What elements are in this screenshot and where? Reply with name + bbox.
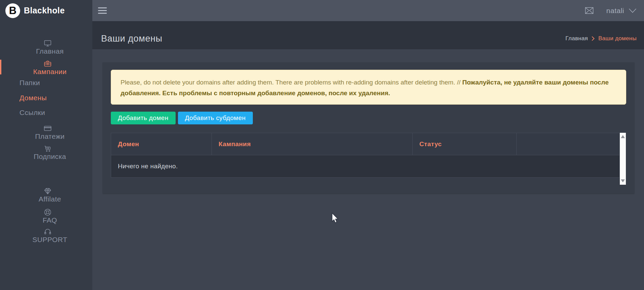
sidebar-item-affilate[interactable]: Affilate <box>0 187 92 202</box>
scroll-up-icon[interactable] <box>621 135 625 138</box>
sidebar-item-label: SUPPORT <box>33 236 67 244</box>
domains-table: Домен Кампания Статус Ничего не найдено. <box>111 133 626 185</box>
page-header: Ваши домены Главная Ваши домены <box>92 21 644 49</box>
alert-text-en: Please, do not delete your domains after… <box>121 79 462 86</box>
empty-message: Ничего не найдено. <box>111 155 620 178</box>
sidebar-item-label: Платежи <box>35 132 65 140</box>
brand-name: Blackhole <box>24 6 65 15</box>
sidebar-item-campaigns[interactable]: Кампании <box>0 60 92 74</box>
table-header-row: Домен Кампания Статус <box>111 133 620 155</box>
sidebar-item-label: Главная <box>36 47 64 55</box>
credit-card-icon <box>43 124 52 132</box>
sidebar: B Blackhole Главная Кампании Папки Домен <box>0 0 92 290</box>
sidebar-item-label: Домены <box>19 94 47 102</box>
domains-table-grid: Домен Кампания Статус Ничего не найдено. <box>111 133 620 178</box>
sidebar-item-payments[interactable]: Платежи <box>0 124 92 139</box>
add-subdomain-button[interactable]: Добавить субдомен <box>178 112 253 124</box>
sidebar-item-label: Подписка <box>34 153 66 161</box>
page-title: Ваши домены <box>101 34 163 44</box>
table-row: Ничего не найдено. <box>111 155 620 178</box>
sidebar-nav: Главная Кампании Папки Домены Ссылки <box>0 21 92 242</box>
app-logo[interactable]: B Blackhole <box>0 0 92 21</box>
sidebar-item-label: Ссылки <box>19 109 45 117</box>
chevron-down-icon <box>629 8 637 13</box>
headset-icon <box>43 228 52 236</box>
breadcrumb-current: Ваши домены <box>598 35 637 42</box>
main-area: natali Ваши домены Главная Ваши домены <box>92 0 644 290</box>
cart-plus-icon <box>43 144 52 153</box>
column-header-domain: Домен <box>111 133 212 155</box>
scroll-down-icon[interactable] <box>621 179 625 182</box>
username: natali <box>606 7 624 15</box>
sidebar-item-domains[interactable]: Домены <box>0 91 92 105</box>
monitor-icon <box>43 39 52 47</box>
lifebuoy-icon <box>43 208 52 216</box>
breadcrumb: Главная Ваши домены <box>565 35 637 42</box>
actions-row: Добавить домен Добавить субдомен <box>111 112 626 124</box>
column-header-actions <box>517 133 620 155</box>
briefcase-icon <box>43 60 52 68</box>
page-content: Please, do not delete your domains after… <box>92 49 644 290</box>
app-window: B Blackhole Главная Кампании Папки Домен <box>0 0 644 290</box>
sidebar-item-subscription[interactable]: Подписка <box>0 144 92 159</box>
sidebar-item-label: FAQ <box>43 216 57 224</box>
table-scrollbar[interactable] <box>620 133 626 185</box>
sidebar-item-label: Affilate <box>39 195 61 203</box>
sidebar-item-label: Папки <box>19 79 40 87</box>
sidebar-item-label: Кампании <box>33 68 67 76</box>
sidebar-item-support[interactable]: SUPPORT <box>0 228 92 242</box>
menu-toggle-button[interactable] <box>98 7 107 14</box>
topbar: natali <box>92 0 644 21</box>
column-header-status: Статус <box>413 133 517 155</box>
sidebar-item-faq[interactable]: FAQ <box>0 208 92 223</box>
column-header-campaign: Кампания <box>212 133 413 155</box>
chevron-right-icon <box>592 36 595 41</box>
sidebar-item-home[interactable]: Главная <box>0 39 92 54</box>
diamond-icon <box>43 187 52 195</box>
logo-icon: B <box>5 3 20 18</box>
breadcrumb-home-link[interactable]: Главная <box>565 35 588 42</box>
sidebar-item-links[interactable]: Ссылки <box>0 105 92 120</box>
user-menu[interactable]: natali <box>606 7 637 15</box>
mail-icon[interactable] <box>585 7 594 14</box>
add-domain-button[interactable]: Добавить домен <box>111 112 176 124</box>
sidebar-item-folders[interactable]: Папки <box>0 75 92 90</box>
alert-banner: Please, do not delete your domains after… <box>111 70 626 105</box>
domains-card: Please, do not delete your domains after… <box>103 62 634 193</box>
